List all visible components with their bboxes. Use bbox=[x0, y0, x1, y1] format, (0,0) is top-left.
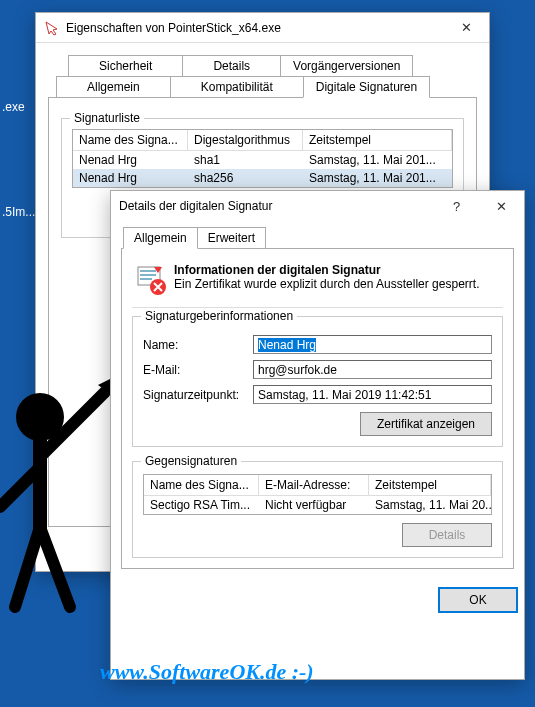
tab-digital-signatures[interactable]: Digitale Signaturen bbox=[303, 76, 430, 98]
desktop-label: .exe bbox=[2, 100, 25, 114]
titlebar[interactable]: Eigenschaften von PointerStick_x64.exe ✕ bbox=[36, 13, 489, 43]
email-label: E-Mail: bbox=[143, 363, 253, 377]
col-name[interactable]: Name des Signa... bbox=[73, 130, 188, 150]
tab-general[interactable]: Allgemein bbox=[123, 227, 198, 249]
tab-advanced[interactable]: Erweitert bbox=[197, 227, 266, 249]
list-header: Name des Signa... Digestalgorithmus Zeit… bbox=[73, 130, 452, 151]
table-row[interactable]: Sectigo RSA Tim... Nicht verfügbar Samst… bbox=[144, 496, 491, 514]
col-name[interactable]: Name des Signa... bbox=[144, 475, 259, 495]
app-icon bbox=[44, 20, 60, 36]
countersignatures-listview[interactable]: Name des Signa... E-Mail-Adresse: Zeitst… bbox=[143, 474, 492, 515]
titlebar[interactable]: Details der digitalen Signatur ? ✕ bbox=[111, 191, 524, 221]
signing-time-field[interactable]: Samstag, 11. Mai 2019 11:42:51 bbox=[253, 385, 492, 404]
tab-security[interactable]: Sicherheit bbox=[68, 55, 183, 77]
tab-previous-versions[interactable]: Vorgängerversionen bbox=[280, 55, 413, 77]
details-button: Details bbox=[402, 523, 492, 547]
view-certificate-button[interactable]: Zertifikat anzeigen bbox=[360, 412, 492, 436]
signer-info-group: Signaturgeberinformationen Name: Nenad H… bbox=[132, 316, 503, 447]
table-row[interactable]: Nenad Hrg sha1 Samstag, 11. Mai 201... bbox=[73, 151, 452, 169]
countersignatures-group: Gegensignaturen Name des Signa... E-Mail… bbox=[132, 461, 503, 558]
info-message: Ein Zertifikat wurde explizit durch den … bbox=[174, 277, 479, 291]
close-button[interactable]: ✕ bbox=[479, 191, 524, 221]
group-label: Signaturgeberinformationen bbox=[141, 309, 297, 323]
info-title: Informationen der digitalen Signatur bbox=[174, 263, 479, 277]
tab-general[interactable]: Allgemein bbox=[56, 76, 171, 98]
name-label: Name: bbox=[143, 338, 253, 352]
window-title: Eigenschaften von PointerStick_x64.exe bbox=[66, 21, 444, 35]
list-header: Name des Signa... E-Mail-Adresse: Zeitst… bbox=[144, 475, 491, 496]
desktop-label: .5Im... bbox=[2, 205, 35, 219]
group-label: Gegensignaturen bbox=[141, 454, 241, 468]
signing-time-label: Signaturzeitpunkt: bbox=[143, 388, 253, 402]
col-timestamp[interactable]: Zeitstempel bbox=[369, 475, 491, 495]
window-title: Details der digitalen Signatur bbox=[119, 199, 434, 213]
table-row[interactable]: Nenad Hrg sha256 Samstag, 11. Mai 201... bbox=[73, 169, 452, 187]
col-timestamp[interactable]: Zeitstempel bbox=[303, 130, 452, 150]
tab-details[interactable]: Details bbox=[182, 55, 281, 77]
col-digest[interactable]: Digestalgorithmus bbox=[188, 130, 303, 150]
help-button[interactable]: ? bbox=[434, 191, 479, 221]
group-label: Signaturliste bbox=[70, 111, 144, 125]
signature-details-window: Details der digitalen Signatur ? ✕ Allge… bbox=[110, 190, 525, 680]
tab-panel: Informationen der digitalen Signatur Ein… bbox=[121, 248, 514, 569]
close-button[interactable]: ✕ bbox=[444, 13, 489, 43]
email-field[interactable]: hrg@surfok.de bbox=[253, 360, 492, 379]
col-email[interactable]: E-Mail-Adresse: bbox=[259, 475, 369, 495]
ok-button[interactable]: OK bbox=[438, 587, 518, 613]
signature-listview[interactable]: Name des Signa... Digestalgorithmus Zeit… bbox=[72, 129, 453, 188]
name-field[interactable]: Nenad Hrg bbox=[253, 335, 492, 354]
watermark: www.SoftwareOK.de :-) bbox=[100, 659, 314, 685]
tab-compatibility[interactable]: Kompatibilität bbox=[170, 76, 304, 98]
certificate-error-icon bbox=[134, 263, 166, 295]
